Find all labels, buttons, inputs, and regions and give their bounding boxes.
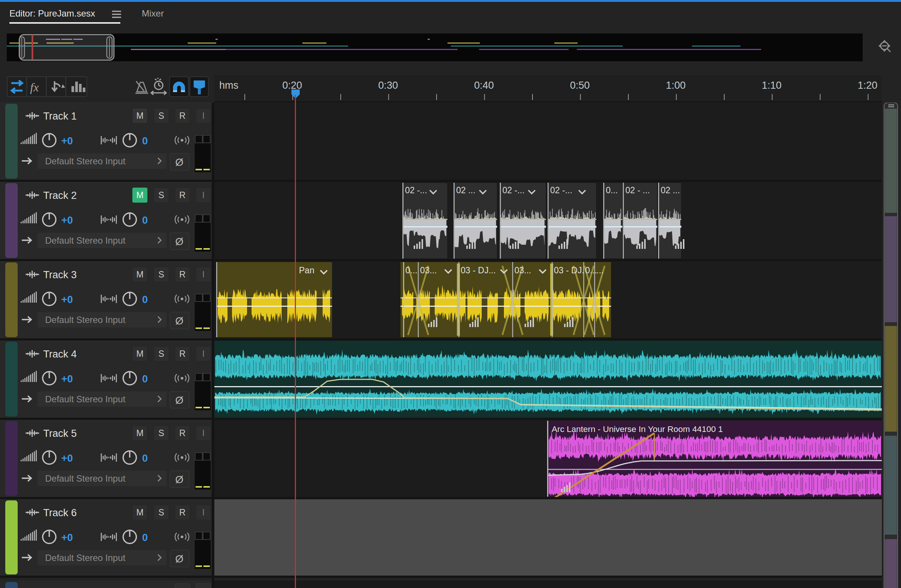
svg-text:+0: +0 — [61, 532, 73, 543]
svg-text:I: I — [202, 349, 204, 359]
svg-text:S: S — [158, 428, 164, 438]
svg-text:0...: 0... — [405, 265, 418, 275]
svg-text:M: M — [136, 428, 143, 438]
svg-text:1:20: 1:20 — [858, 80, 878, 91]
svg-text:R: R — [179, 111, 186, 121]
svg-text:M: M — [136, 190, 143, 200]
svg-text:Default Stereo Input: Default Stereo Input — [45, 553, 126, 563]
svg-text:S: S — [158, 111, 164, 121]
svg-text:R: R — [179, 428, 186, 438]
svg-text:S: S — [158, 349, 164, 359]
svg-text:R: R — [179, 349, 186, 359]
svg-text:I: I — [202, 111, 204, 121]
svg-text:+0: +0 — [61, 373, 73, 384]
svg-text:fx: fx — [30, 81, 39, 94]
svg-text:02 -...: 02 -... — [405, 185, 427, 195]
svg-text:02 ...: 02 ... — [456, 185, 475, 195]
svg-text:Track 3: Track 3 — [43, 269, 77, 280]
svg-text:R: R — [179, 190, 186, 200]
svg-text:Ø: Ø — [175, 156, 184, 168]
svg-text:Track 5: Track 5 — [43, 428, 77, 439]
svg-text:M: M — [136, 507, 143, 517]
svg-text:02 -...: 02 -... — [502, 185, 525, 195]
svg-text:02 - ...: 02 - ... — [625, 185, 650, 195]
svg-text:02 -...: 02 -... — [550, 185, 572, 195]
svg-text:0...: 0... — [585, 265, 597, 275]
svg-text:S: S — [158, 507, 164, 517]
svg-text:03 - DJ...: 03 - DJ... — [461, 265, 496, 275]
svg-text:+0: +0 — [61, 294, 73, 305]
svg-text:Ø: Ø — [175, 394, 184, 406]
svg-text:Default Stereo Input: Default Stereo Input — [45, 235, 126, 246]
svg-text:1:00: 1:00 — [666, 80, 686, 91]
svg-text:+0: +0 — [61, 453, 73, 464]
svg-text:M: M — [136, 349, 143, 359]
svg-text:I: I — [202, 507, 204, 517]
svg-text:Default Stereo Input: Default Stereo Input — [45, 156, 126, 166]
svg-text:Track 6: Track 6 — [43, 507, 77, 518]
svg-text:Track 4: Track 4 — [43, 348, 77, 360]
svg-text:0:20: 0:20 — [282, 80, 302, 91]
svg-text:0:40: 0:40 — [474, 80, 494, 91]
svg-text:M: M — [136, 269, 143, 279]
svg-text:0: 0 — [142, 532, 148, 543]
svg-text:03...: 03... — [420, 265, 437, 275]
svg-text:Default Stereo Input: Default Stereo Input — [45, 473, 126, 484]
svg-text:hms: hms — [219, 80, 238, 91]
svg-text:0: 0 — [142, 215, 148, 226]
svg-text:Pan: Pan — [299, 265, 314, 275]
svg-text:Ø: Ø — [175, 236, 184, 247]
svg-text:I: I — [202, 190, 204, 200]
svg-text:0: 0 — [142, 294, 148, 305]
svg-text:Ø: Ø — [175, 474, 184, 485]
svg-text:03 - DJ.: 03 - DJ. — [554, 265, 585, 275]
svg-text:0: 0 — [142, 135, 148, 147]
svg-text:...: ... — [596, 265, 603, 275]
svg-text:0...: 0... — [606, 185, 618, 195]
svg-text:03...: 03... — [514, 265, 532, 275]
svg-text:02 ...: 02 ... — [661, 185, 680, 195]
svg-text:R: R — [179, 269, 186, 279]
svg-text:0: 0 — [142, 453, 148, 464]
svg-text:Track 1: Track 1 — [43, 110, 77, 122]
svg-text:I: I — [202, 428, 204, 438]
svg-text:Default Stereo Input: Default Stereo Input — [45, 315, 126, 325]
svg-text:Ø: Ø — [175, 315, 184, 327]
svg-text:S: S — [158, 190, 164, 200]
svg-text:S: S — [158, 269, 164, 279]
svg-text:M: M — [136, 111, 143, 121]
svg-text:+0: +0 — [61, 215, 73, 226]
svg-text:R: R — [179, 507, 186, 517]
svg-text:+0: +0 — [61, 135, 73, 147]
svg-text:0:30: 0:30 — [378, 80, 398, 91]
svg-text:0:50: 0:50 — [570, 80, 590, 91]
svg-text:Default Stereo Input: Default Stereo Input — [45, 394, 126, 404]
svg-text:Ø: Ø — [175, 553, 184, 565]
svg-text:I: I — [202, 269, 204, 279]
svg-text:1:10: 1:10 — [762, 80, 782, 91]
svg-text:0: 0 — [142, 373, 148, 384]
svg-text:Track 2: Track 2 — [43, 190, 77, 201]
svg-text:Arc Lantern - Universe In Your: Arc Lantern - Universe In Your Room 4410… — [552, 425, 723, 434]
